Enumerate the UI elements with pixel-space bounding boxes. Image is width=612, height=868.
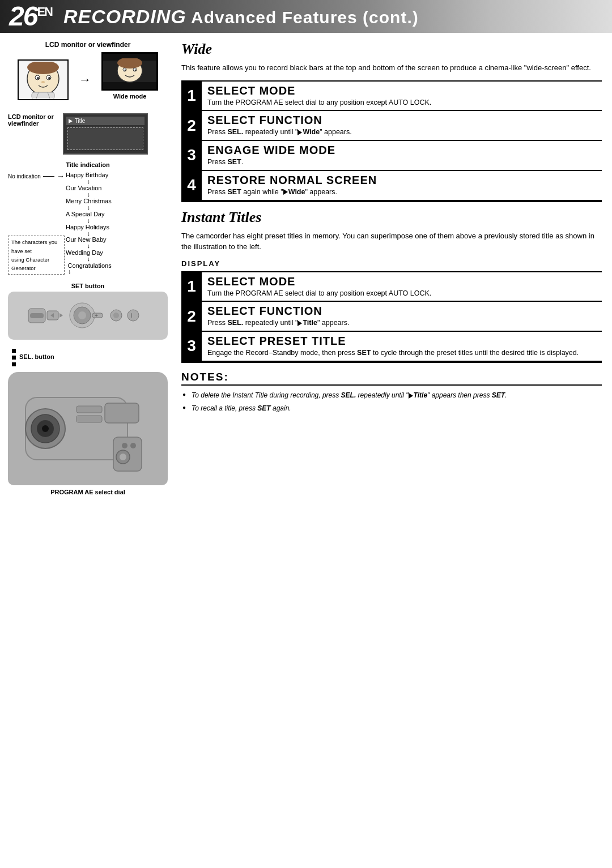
title-item-3: Merry Christmas	[66, 198, 112, 204]
notes-heading: NOTES:	[181, 371, 602, 386]
title-screen-header: Title	[66, 117, 144, 125]
svg-point-32	[42, 425, 49, 432]
down-arrow-1: ↓	[66, 179, 112, 185]
it-step-3-number: 3	[181, 332, 202, 361]
title-item-8-row: Congratulations	[66, 262, 112, 269]
svg-rect-40	[76, 416, 102, 422]
down-arrow-6: ↓	[66, 243, 112, 249]
camcorder-illustration	[8, 372, 168, 485]
title-indication-label: Title indication	[8, 161, 168, 168]
lcd-vf-label-col: LCD monitor or viewfinder	[8, 113, 54, 130]
wide-section-desc: This feature allows you to record black …	[181, 62, 602, 74]
lcd-vf-label: LCD monitor or viewfinder	[8, 113, 54, 127]
svg-point-23	[128, 310, 139, 321]
title-screen-mockup: Title	[63, 113, 148, 157]
lcd-normal-box	[18, 59, 69, 100]
notes-list: To delete the Instant Title during recor…	[181, 390, 602, 414]
it-step-2-number: 2	[181, 302, 202, 331]
title-list-right: Happy Birthday ↓ Our Vacation ↓ Merry Ch…	[65, 172, 112, 275]
display-label-row: DISPLAY	[181, 259, 602, 268]
wide-step-3: 3 ENGAGE WIDE MODE Press SET.	[181, 140, 602, 170]
wide-step-1-number: 1	[181, 82, 202, 110]
sel-button-label: SEL. button	[19, 348, 54, 360]
svg-point-36	[130, 443, 136, 448]
title-item-4: A Special Day	[66, 211, 112, 217]
note-item-1: To delete the Instant Title during recor…	[181, 390, 602, 401]
wide-step-4-content: RESTORE NORMAL SCREEN Press SET again wh…	[202, 171, 602, 200]
wide-steps-group: 1 SELECT MODE Turn the PROGRAM AE select…	[181, 80, 602, 202]
down-arrow-7: ↓	[66, 256, 112, 262]
wide-step-2-number: 2	[181, 111, 202, 140]
down-arrow-2: ↓	[66, 192, 112, 198]
wide-step-3-content: ENGAGE WIDE MODE Press SET.	[202, 141, 602, 170]
lcd-vf-section: LCD monitor or viewfinder Title	[8, 113, 168, 157]
wide-step-3-heading: ENGAGE WIDE MODE	[207, 143, 596, 157]
svg-point-6	[41, 81, 45, 83]
wide-step-1: 1 SELECT MODE Turn the PROGRAM AE select…	[181, 80, 602, 110]
svg-point-4	[37, 77, 39, 79]
wide-step-1-heading: SELECT MODE	[207, 84, 596, 97]
svg-point-13	[135, 70, 137, 71]
camcorder-section: PROGRAM AE select dial	[8, 372, 168, 495]
lcd-comparison-row: →	[8, 52, 168, 108]
svg-text:+: +	[95, 313, 98, 319]
bullet-dots-col	[8, 348, 19, 366]
wide-step-3-number: 3	[181, 141, 202, 170]
it-step-3-heading: SELECT PRESET TITLE	[207, 334, 596, 348]
down-arrow-4: ↓	[66, 218, 112, 224]
wide-step-4-heading: RESTORE NORMAL SCREEN	[207, 173, 596, 187]
svg-rect-7	[32, 92, 54, 99]
instant-titles-desc: The camcorder has eight preset titles in…	[181, 230, 602, 253]
cartoon-face-wide-icon	[107, 58, 152, 83]
svg-point-12	[125, 70, 126, 71]
svg-rect-39	[76, 406, 102, 413]
cartoon-face-icon	[20, 62, 66, 99]
it-step-2-content: SELECT FUNCTION Press SEL. repeatedly un…	[202, 302, 602, 331]
wide-step-1-text: Turn the PROGRAM AE select dial to any p…	[207, 97, 596, 108]
lcd-wide-box	[101, 52, 158, 91]
wide-step-4-number: 4	[181, 171, 202, 200]
svg-point-35	[122, 443, 128, 448]
bullet-dot-3	[12, 362, 16, 366]
it-step-1: 1 SELECT MODE Turn the PROGRAM AE select…	[181, 271, 602, 301]
no-indication-row: No indication →	[8, 172, 65, 181]
instant-titles-steps-group: 1 SELECT MODE Turn the PROGRAM AE select…	[181, 271, 602, 363]
arrow-right-icon: →	[79, 72, 91, 87]
wide-step-4: 4 RESTORE NORMAL SCREEN Press SET again …	[181, 170, 602, 201]
char-generator-note: The characters you have setusing Charact…	[8, 236, 65, 275]
it-step-3: 3 SELECT PRESET TITLE Engage the Record–…	[181, 331, 602, 362]
wide-step-2-heading: SELECT FUNCTION	[207, 113, 596, 127]
page-title: RECORDING Advanced Features (cont.)	[63, 6, 419, 28]
it-step-2-text: Press SEL. repeatedly until "Title" appe…	[207, 318, 596, 328]
instant-titles-section-title: Instant Titles	[181, 209, 602, 226]
bullet-dot-2	[12, 356, 16, 360]
no-indication-text: No indication	[8, 173, 41, 179]
page-header: 26EN RECORDING Advanced Features (cont.)	[0, 0, 612, 33]
right-column: Wide This feature allows you to record b…	[176, 33, 612, 503]
svg-rect-15	[30, 313, 44, 318]
title-list-left: No indication → The characters you have …	[8, 172, 65, 275]
it-step-1-heading: SELECT MODE	[207, 275, 596, 288]
main-content: LCD monitor or viewfinder	[0, 33, 612, 503]
down-arrow-8: ↓	[66, 269, 112, 275]
display-label: DISPLAY	[181, 259, 220, 268]
title-item-8: Congratulations	[68, 262, 112, 269]
camcorder-body-icon	[14, 375, 162, 482]
down-arrow-3: ↓	[66, 205, 112, 211]
it-step-2-heading: SELECT FUNCTION	[207, 304, 596, 318]
bullet-dot-1	[12, 349, 16, 353]
svg-point-18	[78, 311, 86, 319]
wide-step-3-text: Press SET.	[207, 157, 596, 168]
svg-text:i: i	[131, 313, 132, 319]
camera-control-illustration: + i	[8, 292, 168, 340]
svg-point-5	[48, 77, 50, 79]
camera-buttons-icon: + i	[26, 297, 150, 334]
wide-section-title: Wide	[181, 41, 602, 58]
title-screen-box: Title	[63, 113, 148, 155]
left-column: LCD monitor or viewfinder	[0, 33, 176, 503]
wide-step-1-content: SELECT MODE Turn the PROGRAM AE select d…	[202, 82, 602, 110]
it-step-1-content: SELECT MODE Turn the PROGRAM AE select d…	[202, 272, 602, 301]
notes-section: NOTES: To delete the Instant Title durin…	[181, 371, 602, 414]
svg-point-22	[113, 313, 119, 318]
page-number: 26EN	[9, 3, 52, 30]
